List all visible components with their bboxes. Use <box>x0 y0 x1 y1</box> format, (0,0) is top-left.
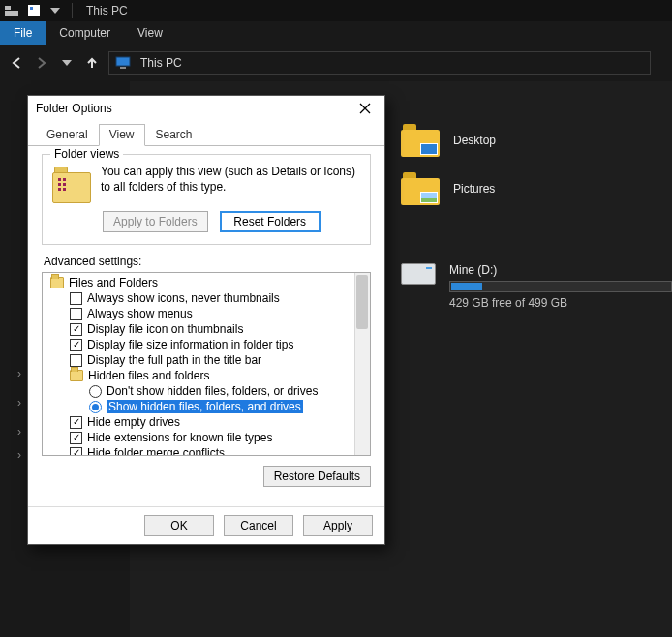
ok-button[interactable]: OK <box>144 515 214 536</box>
folder-tile-pictures[interactable]: Pictures <box>401 172 672 205</box>
svg-rect-1 <box>5 6 11 10</box>
tree-label: Display file icon on thumbnails <box>87 322 243 336</box>
folder-icon <box>70 370 83 381</box>
checkbox-icon[interactable] <box>70 416 82 429</box>
tree-label: Always show icons, never thumbnails <box>87 291 280 305</box>
checkbox-icon[interactable] <box>70 432 82 444</box>
drive-icon <box>401 263 436 285</box>
cancel-button[interactable]: Cancel <box>224 515 293 536</box>
tree-scrollbar[interactable] <box>354 273 370 455</box>
system-menu-icon[interactable] <box>4 3 19 18</box>
checkbox-icon[interactable] <box>70 339 82 351</box>
tree-label: Display file size information in folder … <box>87 338 293 351</box>
tree-label: Hide empty drives <box>87 415 180 429</box>
advanced-settings-label: Advanced settings: <box>44 255 371 268</box>
titlebar-separator <box>72 3 73 18</box>
opt-display-full-path[interactable]: Display the full path in the title bar <box>46 352 368 368</box>
opt-display-file-icon[interactable]: Display file icon on thumbnails <box>46 321 368 337</box>
opt-show-hidden[interactable]: Show hidden files, folders, and drives <box>46 399 368 414</box>
folder-views-group: Folder views You can apply this view (su… <box>42 154 371 245</box>
chevron-right-icon: › <box>17 367 27 380</box>
chevron-right-icon: › <box>17 396 25 410</box>
folder-views-icon <box>52 165 91 203</box>
breadcrumb-root[interactable]: This PC <box>137 56 186 70</box>
checkbox-icon[interactable] <box>70 292 82 305</box>
tree-label: Files and Folders <box>69 276 158 289</box>
folder-icon <box>401 124 440 157</box>
folder-options-dialog: Folder Options General View Search Folde… <box>27 95 385 545</box>
tree-label: Display the full path in the title bar <box>87 353 261 367</box>
dialog-footer: OK Cancel Apply <box>28 506 384 536</box>
dialog-titlebar[interactable]: Folder Options <box>28 96 384 121</box>
opt-hide-extensions[interactable]: Hide extensions for known file types <box>46 430 368 445</box>
tree-group-hidden-files[interactable]: Hidden files and folders <box>46 368 368 383</box>
svg-marker-4 <box>50 8 60 14</box>
tab-search[interactable]: Search <box>145 124 203 146</box>
opt-always-show-menus[interactable]: Always show menus <box>46 306 368 321</box>
opt-hide-merge-conflicts[interactable]: Hide folder merge conflicts <box>46 445 368 456</box>
apply-button[interactable]: Apply <box>303 515 373 536</box>
apply-to-folders-button[interactable]: Apply to Folders <box>103 211 208 232</box>
drive-usage-bar <box>449 281 672 292</box>
advanced-settings-tree[interactable]: Files and Folders Always show icons, nev… <box>42 272 371 456</box>
radio-icon[interactable] <box>89 385 102 398</box>
opt-dont-show-hidden[interactable]: Don't show hidden files, folders, or dri… <box>46 383 368 399</box>
tree-label: Show hidden files, folders, and drives <box>107 400 303 413</box>
tab-general[interactable]: General <box>36 124 99 146</box>
address-bar[interactable]: This PC <box>108 51 651 75</box>
svg-marker-5 <box>62 60 72 66</box>
checkbox-icon[interactable] <box>70 447 82 457</box>
tab-computer[interactable]: Computer <box>46 21 124 45</box>
tree-label: Always show menus <box>87 307 193 320</box>
tab-view[interactable]: View <box>124 21 176 45</box>
nav-forward-icon[interactable] <box>33 54 50 72</box>
chevron-right-icon: › <box>17 448 27 462</box>
checkbox-icon[interactable] <box>70 354 82 367</box>
tab-view[interactable]: View <box>99 124 145 146</box>
scroll-thumb[interactable] <box>356 275 368 329</box>
tile-label: Pictures <box>453 182 495 196</box>
drive-free-text: 429 GB free of 499 GB <box>449 296 672 310</box>
close-button[interactable] <box>350 96 381 121</box>
nav-up-icon[interactable] <box>83 54 101 72</box>
ribbon-tabs: File Computer View <box>0 21 672 45</box>
window-title: This PC <box>86 4 128 17</box>
svg-rect-2 <box>28 5 40 16</box>
chevron-right-icon: › <box>17 425 27 439</box>
qat-dropdown-icon[interactable] <box>46 2 64 19</box>
tree-label: Hidden files and folders <box>88 369 209 382</box>
radio-icon[interactable] <box>89 401 102 413</box>
close-icon <box>359 103 371 114</box>
folder-icon <box>50 277 64 288</box>
tab-file[interactable]: File <box>0 21 46 45</box>
restore-defaults-button[interactable]: Restore Defaults <box>263 466 371 487</box>
group-legend: Folder views <box>50 147 123 161</box>
tree-group-files-and-folders[interactable]: Files and Folders <box>46 275 368 290</box>
dialog-title: Folder Options <box>36 102 112 115</box>
nav-recent-icon[interactable] <box>58 54 76 72</box>
nav-back-icon[interactable] <box>8 54 25 72</box>
nav-toolbar: This PC <box>0 45 672 81</box>
dialog-tabs: General View Search <box>28 123 384 146</box>
folder-icon <box>401 172 440 205</box>
checkbox-icon[interactable] <box>70 308 82 320</box>
this-pc-icon <box>115 55 131 71</box>
tree-label: Don't show hidden files, folders, or dri… <box>107 384 318 398</box>
qat-properties-icon[interactable] <box>25 2 43 19</box>
reset-folders-button[interactable]: Reset Folders <box>220 211 321 232</box>
svg-rect-7 <box>120 67 126 69</box>
window-titlebar: This PC <box>0 0 672 21</box>
opt-display-file-size[interactable]: Display file size information in folder … <box>46 337 368 352</box>
svg-rect-0 <box>5 11 18 16</box>
drive-name: Mine (D:) <box>449 263 672 277</box>
folder-tile-desktop[interactable]: Desktop <box>401 124 672 157</box>
opt-always-show-icons[interactable]: Always show icons, never thumbnails <box>46 290 368 306</box>
checkbox-icon[interactable] <box>70 323 82 336</box>
tree-label: Hide folder merge conflicts <box>87 446 225 456</box>
opt-hide-empty-drives[interactable]: Hide empty drives <box>46 414 368 430</box>
tile-label: Desktop <box>453 134 496 147</box>
folder-views-text: You can apply this view (such as Details… <box>101 165 360 203</box>
tree-label: Hide extensions for known file types <box>87 431 272 444</box>
svg-rect-3 <box>30 7 33 10</box>
svg-rect-6 <box>116 57 130 66</box>
